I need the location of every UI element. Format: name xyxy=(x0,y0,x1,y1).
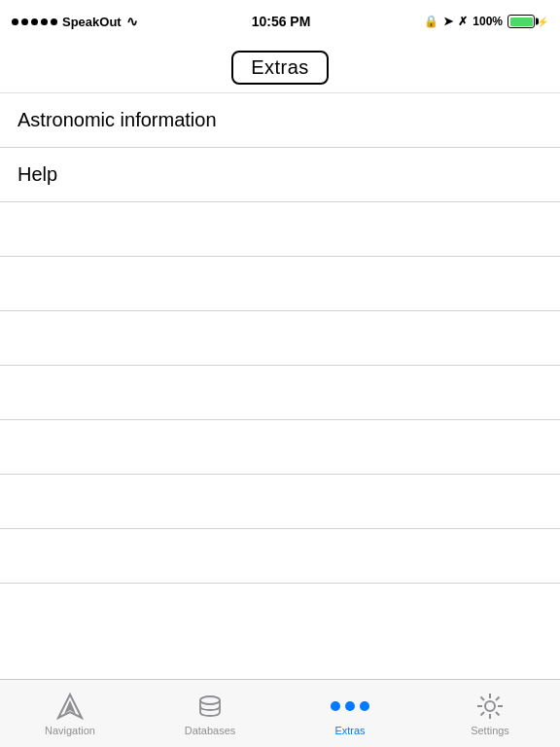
tab-databases-label: Databases xyxy=(185,725,236,736)
list-item-empty-1 xyxy=(0,202,560,257)
navigation-bar: Extras xyxy=(0,43,560,93)
navigation-icon xyxy=(56,693,84,720)
status-left: SpeakOut ∿ xyxy=(12,14,138,29)
svg-line-10 xyxy=(496,696,500,700)
list-item-empty-3 xyxy=(0,311,560,366)
databases-tab-icon xyxy=(195,692,225,721)
gear-icon xyxy=(475,692,505,721)
astronomic-label: Astronomic information xyxy=(18,109,217,131)
list-item-empty-2 xyxy=(0,257,560,311)
navigation-tab-icon xyxy=(55,692,85,721)
battery-fill xyxy=(510,18,533,26)
list-item-astronomic[interactable]: Astronomic information xyxy=(0,93,560,148)
tab-bar: Navigation Databases Extras xyxy=(0,679,560,747)
list-item-empty-7 xyxy=(0,529,560,584)
main-content: Astronomic information Help xyxy=(0,93,560,679)
status-right: 🔒 ➤ ✗ 100% ⚡ xyxy=(424,15,548,28)
svg-point-3 xyxy=(485,701,495,711)
tab-databases[interactable]: Databases xyxy=(140,680,280,747)
list-item-empty-4 xyxy=(0,366,560,420)
tab-navigation-label: Navigation xyxy=(45,725,95,736)
battery-indicator: ⚡ xyxy=(508,15,548,28)
tab-settings-label: Settings xyxy=(471,725,509,736)
svg-line-11 xyxy=(481,712,485,716)
list-view: Astronomic information Help xyxy=(0,93,560,584)
wifi-icon: ∿ xyxy=(126,14,138,29)
tab-navigation[interactable]: Navigation xyxy=(0,680,140,747)
signal-dots xyxy=(12,18,57,25)
location-icon: ➤ xyxy=(443,15,453,28)
settings-tab-icon xyxy=(475,692,505,721)
nav-title: Extras xyxy=(231,51,329,85)
carrier-text: SpeakOut xyxy=(62,15,122,29)
svg-line-8 xyxy=(481,696,485,700)
list-item-empty-5 xyxy=(0,420,560,475)
bluetooth-icon: ✗ xyxy=(458,15,468,28)
extras-dots-icon xyxy=(331,701,369,711)
list-item-empty-6 xyxy=(0,475,560,529)
tab-extras-label: Extras xyxy=(334,725,365,736)
databases-icon xyxy=(196,693,224,720)
status-time: 10:56 PM xyxy=(252,14,311,29)
battery-body xyxy=(508,15,535,28)
extras-tab-icon xyxy=(335,692,365,721)
list-item-help[interactable]: Help xyxy=(0,148,560,202)
svg-line-9 xyxy=(496,712,500,716)
svg-point-2 xyxy=(200,696,220,704)
status-bar: SpeakOut ∿ 10:56 PM 🔒 ➤ ✗ 100% ⚡ xyxy=(0,0,560,43)
tab-settings[interactable]: Settings xyxy=(420,680,560,747)
lock-icon: 🔒 xyxy=(424,15,438,28)
help-label: Help xyxy=(18,163,57,186)
battery-percent: 100% xyxy=(472,15,503,28)
tab-extras[interactable]: Extras xyxy=(280,680,420,747)
